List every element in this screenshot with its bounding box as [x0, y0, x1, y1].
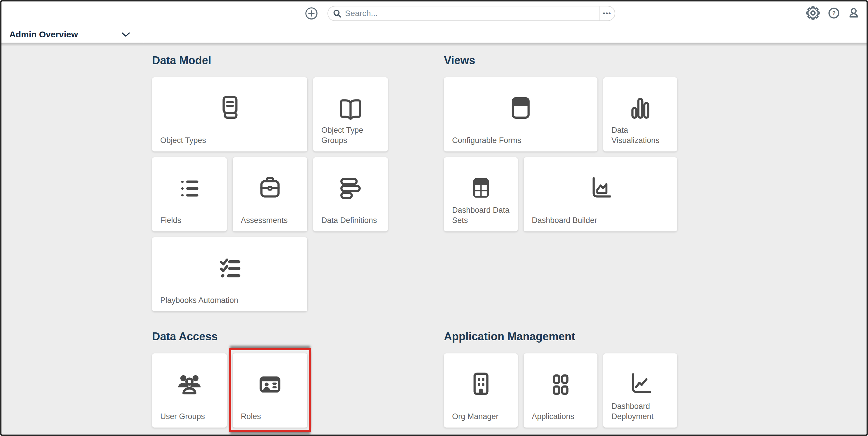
- section-title: Data Access: [152, 330, 388, 343]
- search-icon: [333, 9, 341, 18]
- building-icon: [444, 370, 518, 399]
- help-button[interactable]: ?: [828, 7, 840, 20]
- question-circle-icon: ?: [828, 7, 840, 20]
- table-icon: [444, 174, 518, 203]
- global-search: •••: [328, 6, 615, 21]
- book-icon: [152, 94, 307, 123]
- checklist-icon: [152, 254, 307, 283]
- bar-chart-icon: [603, 94, 677, 123]
- app-window: ••• ? Admin Overview Data Model Object T…: [0, 0, 868, 436]
- context-bar: Admin Overview: [1, 26, 867, 42]
- card-user-groups[interactable]: User Groups: [152, 353, 227, 428]
- card-assessments[interactable]: Assessments: [232, 157, 307, 231]
- section-views: Views Configurable Forms Data Visualizat…: [444, 54, 677, 231]
- person-icon: [848, 7, 860, 20]
- card-object-type-groups[interactable]: Object Type Groups: [313, 77, 388, 152]
- card-fields[interactable]: Fields: [152, 157, 227, 231]
- chevron-down-icon: [122, 32, 130, 38]
- context-selector[interactable]: Admin Overview: [1, 26, 143, 42]
- section-application-management: Application Management Org Manager Appli…: [444, 330, 677, 428]
- area-chart-icon: [524, 174, 677, 203]
- briefcase-icon: [232, 174, 307, 203]
- card-label: Playbooks Automation: [160, 295, 301, 306]
- add-button[interactable]: [305, 7, 318, 20]
- card-dashboard-data-sets[interactable]: Dashboard Data Sets: [444, 157, 518, 231]
- card-label: Dashboard Data Sets: [452, 205, 512, 226]
- section-title: Data Model: [152, 54, 388, 67]
- card-object-types[interactable]: Object Types: [152, 77, 307, 152]
- card-label: Configurable Forms: [452, 135, 591, 146]
- admin-overview-content: Data Model Object Types Object Type Grou…: [1, 42, 867, 435]
- window-icon: [444, 94, 597, 123]
- card-label: Dashboard Deployment: [612, 401, 671, 422]
- search-input[interactable]: [344, 6, 599, 21]
- card-data-definitions[interactable]: Data Definitions: [313, 157, 388, 231]
- section-title: Application Management: [444, 330, 677, 343]
- top-bar: ••• ?: [1, 1, 867, 26]
- card-configurable-forms[interactable]: Configurable Forms: [444, 77, 597, 152]
- card-label: Roles: [241, 411, 301, 422]
- card-dashboard-deployment[interactable]: Dashboard Deployment: [603, 353, 677, 428]
- card-label: Dashboard Builder: [532, 215, 671, 226]
- line-chart-icon: [603, 370, 677, 399]
- plus-circle-icon: [305, 16, 318, 21]
- card-label: Org Manager: [452, 411, 512, 422]
- data-bars-icon: [313, 174, 388, 203]
- card-label: Data Definitions: [321, 215, 381, 226]
- user-group-icon: [152, 370, 227, 399]
- card-data-visualizations[interactable]: Data Visualizations: [603, 77, 677, 152]
- section-title: Views: [444, 54, 677, 67]
- card-roles[interactable]: Roles: [232, 353, 307, 428]
- section-data-model: Data Model Object Types Object Type Grou…: [152, 54, 388, 311]
- card-label: User Groups: [160, 411, 220, 422]
- card-label: Fields: [160, 215, 220, 226]
- card-label: Object Type Groups: [321, 125, 381, 146]
- svg-text:?: ?: [832, 10, 836, 17]
- gear-icon: [806, 6, 820, 21]
- card-playbooks-automation[interactable]: Playbooks Automation: [152, 237, 307, 311]
- card-label: Assessments: [241, 215, 301, 226]
- card-applications[interactable]: Applications: [524, 353, 597, 428]
- context-selector-label: Admin Overview: [9, 29, 78, 39]
- top-right-actions: ?: [806, 1, 860, 26]
- search-more-button[interactable]: •••: [599, 6, 615, 21]
- settings-button[interactable]: [806, 6, 820, 21]
- open-book-icon: [313, 94, 388, 123]
- card-label: Object Types: [160, 135, 301, 146]
- card-label: Data Visualizations: [612, 125, 671, 146]
- section-data-access: Data Access User Groups Roles: [152, 330, 388, 428]
- profile-button[interactable]: [848, 7, 860, 20]
- id-badge-icon: [232, 370, 307, 399]
- card-label: Applications: [532, 411, 591, 422]
- card-org-manager[interactable]: Org Manager: [444, 353, 518, 428]
- grid-icon: [524, 370, 597, 399]
- card-dashboard-builder[interactable]: Dashboard Builder: [524, 157, 677, 231]
- list-icon: [152, 174, 227, 203]
